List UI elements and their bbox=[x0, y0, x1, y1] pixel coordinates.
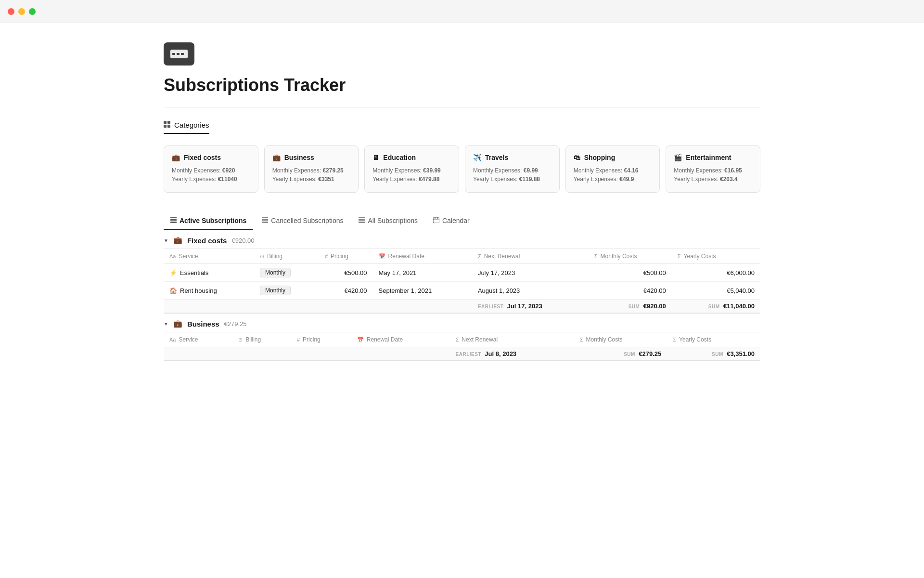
group-amount-0: €920.00 bbox=[231, 237, 254, 244]
category-icon-4: 🛍 bbox=[574, 154, 580, 161]
tab-icon-1 bbox=[262, 217, 268, 224]
categories-label: Categories bbox=[174, 121, 209, 129]
sub-tab-2[interactable]: All Subscriptions bbox=[352, 212, 424, 230]
summary-empty-1-0 bbox=[164, 300, 254, 314]
group-header-1: ▼ 💼 Business €279.25 bbox=[164, 314, 760, 332]
col-header-0-6: ΣYearly Costs bbox=[672, 249, 760, 264]
monthly-stat-2: Monthly Expenses: €39.99 bbox=[372, 167, 451, 174]
category-card-title-2: 🖥 Education bbox=[372, 154, 451, 161]
group-table-1: AaService⊙Billing#Pricing📅Renewal DateΣN… bbox=[164, 332, 760, 361]
monthly-stat-0: Monthly Expenses: €920 bbox=[172, 167, 250, 174]
summary-yearly-1: SUM €3,351.00 bbox=[667, 347, 760, 361]
category-card-title-5: 🎬 Entertainment bbox=[674, 154, 752, 161]
col-header-0-5: ΣMonthly Costs bbox=[589, 249, 672, 264]
sub-tab-1[interactable]: Cancelled Subscriptions bbox=[255, 212, 350, 230]
col-header-1-0: AaService bbox=[164, 332, 232, 347]
summary-row-0: EARLIEST Jul 17, 2023 SUM €920.00 SUM €1… bbox=[164, 300, 760, 314]
tab-icon-0 bbox=[170, 217, 177, 224]
svg-rect-11 bbox=[262, 217, 268, 218]
page-icon bbox=[164, 42, 194, 66]
svg-rect-5 bbox=[167, 121, 170, 124]
categories-grid-icon bbox=[164, 121, 170, 129]
sub-tab-0[interactable]: Active Subscriptions bbox=[164, 212, 253, 230]
summary-next-renewal-1: EARLIEST Jul 8, 2023 bbox=[450, 347, 574, 361]
collapse-arrow-0[interactable]: ▼ bbox=[164, 238, 168, 243]
summary-empty-1-1 bbox=[164, 347, 232, 361]
cell-next-renewal-0-1: August 1, 2023 bbox=[472, 282, 589, 300]
category-icon-1: 💼 bbox=[272, 154, 281, 161]
category-card-2[interactable]: 🖥 Education Monthly Expenses: €39.99 Yea… bbox=[364, 145, 459, 193]
cell-pricing-0-0: €500.00 bbox=[319, 264, 373, 282]
cell-billing-0-1: Monthly bbox=[254, 282, 319, 300]
svg-rect-3 bbox=[181, 53, 184, 55]
cell-yearly-0-0: €6,000.00 bbox=[672, 264, 760, 282]
table-row-0-1[interactable]: 🏠Rent housing Monthly €420.00 September … bbox=[164, 282, 760, 300]
category-card-5[interactable]: 🎬 Entertainment Monthly Expenses: €16.95… bbox=[666, 145, 760, 193]
category-card-title-1: 💼 Business bbox=[272, 154, 351, 161]
close-button[interactable] bbox=[8, 8, 14, 15]
svg-rect-7 bbox=[167, 125, 170, 128]
maximize-button[interactable] bbox=[29, 8, 36, 15]
svg-rect-15 bbox=[359, 219, 365, 221]
col-header-0-0: AaService bbox=[164, 249, 254, 264]
svg-rect-6 bbox=[164, 125, 167, 128]
monthly-stat-1: Monthly Expenses: €279.25 bbox=[272, 167, 351, 174]
minimize-button[interactable] bbox=[18, 8, 25, 15]
category-icon-2: 🖥 bbox=[372, 154, 379, 161]
summary-empty-2-1 bbox=[232, 347, 291, 361]
col-header-1-1: ⊙Billing bbox=[232, 332, 291, 347]
cell-service-0-1: 🏠Rent housing bbox=[164, 282, 254, 300]
title-divider bbox=[164, 107, 760, 107]
summary-next-renewal-0: EARLIEST Jul 17, 2023 bbox=[472, 300, 589, 314]
group-amount-1: €279.25 bbox=[224, 320, 247, 328]
tab-label-1: Cancelled Subscriptions bbox=[271, 217, 343, 224]
sub-tab-3[interactable]: Calendar bbox=[426, 212, 476, 230]
summary-row-1: EARLIEST Jul 8, 2023 SUM €279.25 SUM €3,… bbox=[164, 347, 760, 361]
category-card-title-0: 💼 Fixed costs bbox=[172, 154, 250, 161]
yearly-stat-2: Yearly Expenses: €479.88 bbox=[372, 176, 451, 183]
tab-icon-2 bbox=[359, 217, 365, 224]
cell-next-renewal-0-0: July 17, 2023 bbox=[472, 264, 589, 282]
summary-empty-2-0 bbox=[254, 300, 319, 314]
yearly-stat-0: Yearly Expenses: €11040 bbox=[172, 176, 250, 183]
yearly-stat-4: Yearly Expenses: €49.9 bbox=[574, 176, 652, 183]
cell-monthly-0-1: €420.00 bbox=[589, 282, 672, 300]
main-content: Subscriptions Tracker Categories 💼 Fixed… bbox=[125, 23, 799, 381]
group-table-0: AaService⊙Billing#Pricing📅Renewal DateΣN… bbox=[164, 249, 760, 314]
cell-pricing-0-1: €420.00 bbox=[319, 282, 373, 300]
monthly-stat-4: Monthly Expenses: €4.16 bbox=[574, 167, 652, 174]
tab-icon-3 bbox=[433, 217, 439, 224]
group-icon-1: 💼 bbox=[173, 319, 182, 328]
group-icon-0: 💼 bbox=[173, 236, 182, 245]
category-icon-0: 💼 bbox=[172, 154, 180, 161]
titlebar bbox=[0, 0, 924, 23]
cell-yearly-0-1: €5,040.00 bbox=[672, 282, 760, 300]
summary-empty-4-1 bbox=[351, 347, 450, 361]
col-header-0-3: 📅Renewal Date bbox=[373, 249, 472, 264]
cell-service-0-0: ⚡Essentials bbox=[164, 264, 254, 282]
page-title: Subscriptions Tracker bbox=[164, 75, 760, 95]
svg-rect-9 bbox=[170, 219, 177, 221]
table-row-0-0[interactable]: ⚡Essentials Monthly €500.00 May 17, 2021… bbox=[164, 264, 760, 282]
category-card-0[interactable]: 💼 Fixed costs Monthly Expenses: €920 Yea… bbox=[164, 145, 258, 193]
col-header-0-2: #Pricing bbox=[319, 249, 373, 264]
collapse-arrow-1[interactable]: ▼ bbox=[164, 321, 168, 327]
col-header-1-5: ΣMonthly Costs bbox=[574, 332, 667, 347]
svg-rect-1 bbox=[172, 53, 175, 55]
cell-monthly-0-0: €500.00 bbox=[589, 264, 672, 282]
summary-monthly-1: SUM €279.25 bbox=[574, 347, 667, 361]
active-subscriptions-section: ▼ 💼 Fixed costs €920.00 AaService⊙Billin… bbox=[164, 230, 760, 361]
yearly-stat-5: Yearly Expenses: €203.4 bbox=[674, 176, 752, 183]
subscription-tabs: Active Subscriptions Cancelled Subscript… bbox=[164, 212, 760, 230]
category-card-3[interactable]: ✈️ Travels Monthly Expenses: €9.99 Yearl… bbox=[465, 145, 560, 193]
tab-label-0: Active Subscriptions bbox=[180, 217, 246, 224]
summary-empty-4-0 bbox=[373, 300, 472, 314]
summary-monthly-0: SUM €920.00 bbox=[589, 300, 672, 314]
svg-rect-13 bbox=[262, 222, 268, 223]
svg-rect-2 bbox=[177, 53, 180, 55]
summary-yearly-0: SUM €11,040.00 bbox=[672, 300, 760, 314]
category-card-4[interactable]: 🛍 Shopping Monthly Expenses: €4.16 Yearl… bbox=[565, 145, 660, 193]
col-header-1-4: ΣNext Renewal bbox=[450, 332, 574, 347]
category-card-1[interactable]: 💼 Business Monthly Expenses: €279.25 Yea… bbox=[264, 145, 359, 193]
monthly-stat-5: Monthly Expenses: €16.95 bbox=[674, 167, 752, 174]
